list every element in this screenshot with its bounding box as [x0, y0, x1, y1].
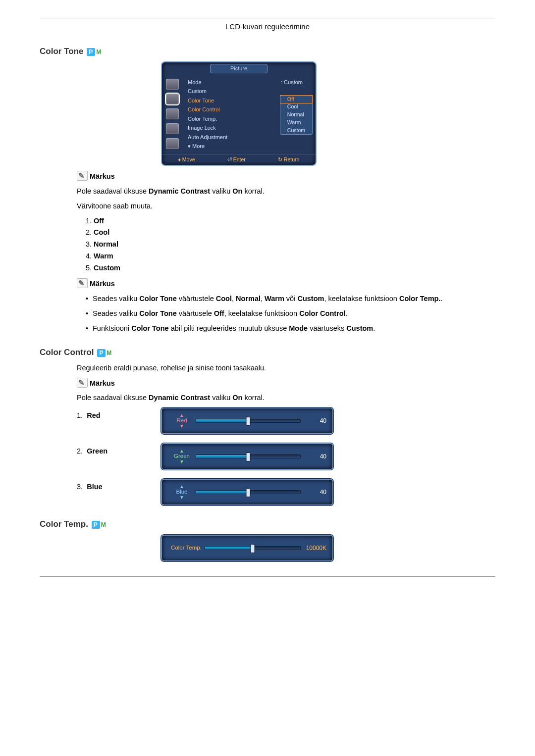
slider-value: 40: [306, 416, 326, 425]
note-text: Pole saadaval üksuse Dynamic Contrast va…: [77, 393, 495, 403]
slider-box: ▲Green▼ 40: [161, 443, 333, 470]
slider-box: ▲Blue▼ 40: [161, 479, 333, 505]
osd-icon: [166, 138, 179, 149]
note-heading: Märkus: [77, 171, 495, 182]
osd-left-icons: [162, 75, 183, 154]
section-color-tone-heading: Color Tone PM: [40, 45, 495, 58]
list-item: Seades valiku Color Tone väärtustele Coo…: [86, 294, 495, 304]
slider-label: ▲Red▼: [168, 413, 196, 429]
osd-rows: Mode: Custom Custom Color Tone : Off Off…: [183, 75, 316, 154]
osd-icon-selected: [166, 94, 179, 104]
list-item: Off: [94, 216, 495, 227]
body-text: Reguleerib eraldi punase, rohelise ja si…: [77, 363, 495, 374]
list-item: Normal: [94, 239, 495, 250]
list-item: Cool: [94, 227, 495, 238]
slider-value: 40: [306, 488, 326, 497]
slider-track: [196, 419, 301, 423]
slider-track: [196, 490, 301, 494]
osd-icon: [166, 79, 179, 90]
slider-box: Color Temp. 10000K: [161, 535, 333, 561]
body-text: Värvitoone saab muuta.: [77, 201, 495, 212]
slider-label: ▲Green▼: [168, 449, 196, 464]
slider-track: [205, 546, 301, 550]
slider-label: Color Temp.: [168, 545, 205, 551]
slider-value: 10000K: [306, 544, 326, 553]
note-heading: Märkus: [77, 278, 495, 290]
osd-icon: [166, 123, 179, 134]
section-color-temp-heading: Color Temp. PM: [40, 518, 495, 531]
slider-thumb: [251, 544, 255, 553]
slider-row-green: 2. Green ▲Green▼ 40: [77, 443, 495, 470]
osd-footer: ♦ Move ⏎ Enter ↻ Return: [162, 154, 316, 165]
slider-track: [196, 454, 301, 458]
osd-icon: [166, 108, 179, 119]
osd-title: Picture: [210, 64, 268, 73]
slider-row-red: 1. Red ▲Red▼ 40: [77, 407, 495, 434]
osd-popup: Off Cool Normal Warm Custom: [280, 95, 313, 135]
note-icon: [77, 378, 88, 388]
pm-badge: PM: [97, 349, 111, 357]
list-item: Custom: [94, 263, 495, 274]
note-icon: [77, 278, 88, 288]
note-icon: [77, 171, 88, 181]
page-header: LCD-kuvari reguleerimine: [40, 21, 495, 33]
pm-badge: PM: [87, 48, 101, 56]
slider-value: 40: [306, 452, 326, 461]
section-title: Color Control: [40, 348, 94, 357]
pm-badge: PM: [92, 520, 106, 529]
slider-thumb: [246, 417, 251, 426]
list-item: Funktsiooni Color Tone abil pilti regule…: [86, 323, 495, 334]
section-color-control-heading: Color Control PM: [40, 346, 495, 359]
bullet-list: Seades valiku Color Tone väärtustele Coo…: [77, 294, 495, 334]
options-list: Off Cool Normal Warm Custom: [81, 216, 495, 274]
slider-box: ▲Red▼ 40: [161, 407, 333, 434]
osd-screenshot: Picture Mode: Custom Custom Color Tone :…: [161, 61, 317, 166]
slider-thumb: [246, 453, 251, 461]
slider-row-temp: Color Temp. 10000K: [77, 535, 495, 561]
slider-label: ▲Blue▼: [168, 484, 196, 500]
section-title: Color Tone: [40, 47, 83, 56]
section-title: Color Temp.: [40, 519, 88, 529]
note-heading: Märkus: [77, 378, 495, 389]
list-item: Warm: [94, 251, 495, 262]
list-item: Seades valiku Color Tone väärtusele Off,…: [86, 308, 495, 319]
slider-thumb: [246, 488, 251, 497]
slider-row-blue: 3. Blue ▲Blue▼ 40: [77, 479, 495, 505]
note-text: Pole saadaval üksuse Dynamic Contrast va…: [77, 186, 495, 197]
